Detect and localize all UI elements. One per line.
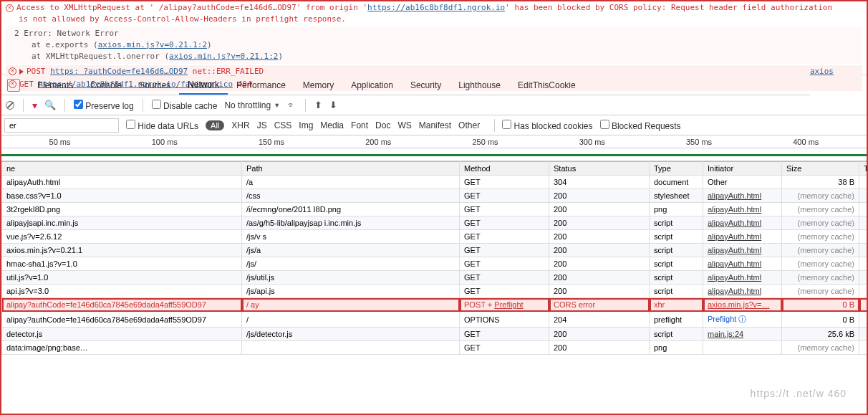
column-header[interactable]: ne [2, 162, 242, 176]
separator [143, 99, 143, 112]
separator [305, 99, 306, 112]
devtools-tabs: ElementsConsoleSourcesNetworkPerformance… [1, 75, 810, 95]
filter-type-all[interactable]: All [206, 120, 224, 130]
wifi-icon[interactable]: ᯤ [287, 100, 296, 110]
preflight-link[interactable]: Preflight [494, 300, 523, 309]
upload-har-icon[interactable]: ⬆ [314, 100, 322, 110]
network-filter-bar: Hide data URLs All XHRJSCSSImgMediaFontD… [1, 115, 867, 135]
column-header[interactable]: Tim [859, 162, 867, 176]
initiator-link[interactable]: alipayAuth.html [708, 232, 761, 241]
timeline-tick: 250 ms [472, 138, 498, 146]
cors-origin-link[interactable]: https://ab16c8bf8df1.ngrok.io [367, 3, 505, 12]
initiator-link[interactable]: axios.min.js?v=… [708, 300, 770, 309]
table-row[interactable]: alipayAuth.html/aGET304documentOther38 B [2, 176, 867, 189]
timeline-tick: 200 ms [365, 138, 391, 146]
column-header[interactable]: Status [549, 162, 650, 176]
column-header[interactable]: Method [460, 162, 549, 176]
filter-type-img[interactable]: Img [299, 120, 313, 130]
tab-elements[interactable]: Elements [29, 75, 82, 95]
cors-error-message: ×Access to XMLHttpRequest at ' /alipay?a… [6, 2, 862, 25]
filter-type-media[interactable]: Media [320, 120, 344, 130]
table-row[interactable]: detector.js/js/detector.jsGET200scriptma… [2, 328, 867, 341]
table-row[interactable]: util.js?v=1.0/js/util.jsGET200scriptalip… [2, 271, 867, 285]
chevron-down-icon: ▼ [274, 102, 280, 109]
timeline-tick: 300 ms [579, 138, 605, 146]
timeline-graph[interactable] [1, 148, 867, 161]
table-row[interactable]: data:image/png;base…GET200png(memory cac… [2, 341, 867, 355]
column-header[interactable]: Type [650, 162, 703, 176]
hide-data-urls-checkbox[interactable]: Hide data URLs [126, 120, 198, 131]
initiator-link[interactable]: alipayAuth.html [708, 219, 761, 227]
throttling-select[interactable]: No throttling ▼ [224, 100, 280, 110]
network-requests-table: nePathMethodStatusTypeInitiatorSizeTim a… [1, 161, 867, 414]
timeline-ruler[interactable]: 50 ms100 ms150 ms200 ms250 ms300 ms350 m… [1, 135, 867, 148]
column-header[interactable]: Initiator [703, 162, 782, 176]
tab-network[interactable]: Network [179, 75, 228, 95]
filter-icon[interactable]: ▾ [32, 100, 37, 111]
timeline-tick: 100 ms [152, 138, 178, 146]
network-toolbar: ▾ 🔍 Preserve log Disable cache No thrott… [1, 95, 867, 115]
stack-link[interactable]: axios.min.js?v=0.21.1:2 [169, 52, 278, 61]
watermark: https://t .net/w 460 [751, 388, 847, 399]
network-error-message: 2 Error: Network Error at e.exports (axi… [6, 27, 862, 64]
disable-cache-checkbox[interactable]: Disable cache [152, 100, 218, 111]
tab-sources[interactable]: Sources [130, 75, 179, 95]
stop-recording-icon[interactable] [6, 101, 14, 110]
column-header[interactable]: Path [242, 162, 460, 176]
table-row[interactable]: api.js?v=3.0/js/api.jsGET200scriptalipay… [2, 285, 867, 298]
initiator-link[interactable]: main.js:24 [708, 330, 743, 338]
initiator-link[interactable]: alipayAuth.html [708, 273, 761, 282]
filter-type-js[interactable]: JS [257, 120, 267, 130]
table-row[interactable]: hmac-sha1.js?v=1.0/js/GET200scriptalipay… [2, 257, 867, 271]
network-error-title: 2 Error: Network Error [14, 28, 862, 39]
preserve-log-checkbox[interactable]: Preserve log [74, 100, 134, 111]
blocked-requests-checkbox[interactable]: Blocked Requests [600, 120, 681, 131]
search-icon[interactable]: 🔍 [44, 100, 56, 110]
filter-type-other[interactable]: Other [458, 120, 480, 130]
timeline-tick: 350 ms [686, 138, 712, 146]
column-header[interactable]: Size [782, 162, 859, 176]
filter-type-manifest[interactable]: Manifest [419, 120, 451, 130]
table-row[interactable]: alipayjsapi.inc.min.js/as/g/h5-lib/alipa… [2, 216, 867, 230]
tab-application[interactable]: Application [342, 75, 402, 95]
initiator-link[interactable]: alipayAuth.html [708, 191, 761, 200]
source-link[interactable]: axios [810, 66, 834, 77]
timeline-tick: 50 ms [49, 138, 71, 146]
initiator-link[interactable]: alipayAuth.html [708, 205, 761, 214]
tab-performance[interactable]: Performance [228, 75, 294, 95]
initiator-link[interactable]: alipayAuth.html [708, 246, 761, 254]
initiator-link[interactable]: alipayAuth.html [708, 287, 761, 295]
failed-url-link[interactable]: https: ?authCode=fe146d6…OD97 [50, 67, 188, 76]
separator [64, 99, 65, 112]
table-row[interactable]: 3t2rgekI8D.png/i/ecmng/one/2011 I8D.pngG… [2, 203, 867, 216]
filter-type-xhr[interactable]: XHR [231, 120, 249, 130]
table-row[interactable]: axios.min.js?v=0.21.1/js/aGET200scriptal… [2, 244, 867, 257]
cors-text: Access to XMLHttpRequest at ' /alipay?au… [16, 3, 367, 12]
initiator-link[interactable]: alipayAuth.html [708, 259, 761, 268]
timeline-tick: 400 ms [793, 138, 819, 146]
blocked-cookies-checkbox[interactable]: Has blocked cookies [502, 120, 592, 131]
expand-icon[interactable] [19, 69, 24, 75]
console-error-block: ×Access to XMLHttpRequest at ' /alipay?a… [1, 1, 867, 75]
timeline-tick: 150 ms [259, 138, 284, 146]
table-row[interactable]: alipay?authCode=fe146d60ca7845e69dada4af… [2, 312, 867, 328]
tab-memory[interactable]: Memory [294, 75, 342, 95]
table-row[interactable]: vue.js?v=2.6.12/js/v sGET200scriptalipay… [2, 230, 867, 244]
filter-input[interactable] [4, 118, 119, 133]
separator [23, 99, 24, 112]
download-har-icon[interactable]: ⬇ [329, 100, 337, 110]
separator [494, 119, 495, 132]
tab-security[interactable]: Security [402, 75, 450, 95]
table-row[interactable]: alipay?authCode=fe146d60ca7845e69dada4af… [2, 298, 867, 312]
stack-link[interactable]: axios.min.js?v=0.21.1:2 [98, 40, 207, 49]
tab-editthiscookie[interactable]: EditThisCookie [509, 75, 584, 95]
filter-type-doc[interactable]: Doc [375, 120, 390, 130]
tab-lighthouse[interactable]: Lighthouse [450, 75, 509, 95]
filter-type-css[interactable]: CSS [274, 120, 292, 130]
filter-type-font[interactable]: Font [351, 120, 368, 130]
table-row[interactable]: base.css?v=1.0/cssGET200stylesheetalipay… [2, 189, 867, 203]
tab-console[interactable]: Console [82, 75, 130, 95]
inspect-icon[interactable] [7, 79, 20, 92]
filter-type-ws[interactable]: WS [397, 120, 411, 130]
error-icon: × [6, 4, 14, 12]
